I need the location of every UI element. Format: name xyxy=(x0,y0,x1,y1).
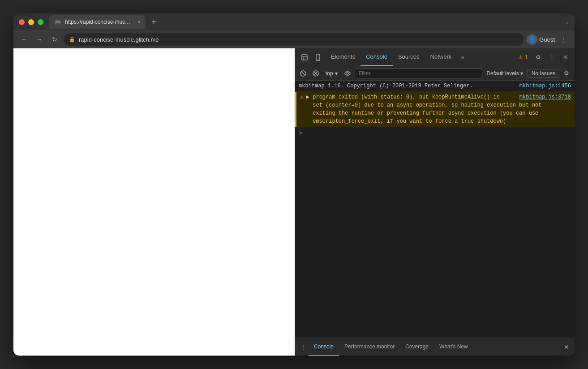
no-issues-button[interactable]: No Issues xyxy=(528,69,559,78)
devtools-settings-button[interactable]: ⚙ xyxy=(532,51,544,63)
context-selector[interactable]: top ▾ xyxy=(323,69,340,77)
stop-recording-button[interactable] xyxy=(310,68,321,79)
console-link-info[interactable]: mkbitmap.js:1456 xyxy=(519,82,571,90)
tab-sources[interactable]: Sources xyxy=(393,48,425,66)
tab-elements[interactable]: Elements xyxy=(326,48,361,66)
tab-favicon: 🎮 xyxy=(54,19,61,26)
browser-window: 🎮 https://rapid-concise-muscle.g... × + … xyxy=(13,13,575,356)
context-arrow: ▾ xyxy=(335,70,338,77)
bottom-bar-close-button[interactable]: ✕ xyxy=(561,342,572,352)
bottom-tab-performance-monitor[interactable]: Performance monitor xyxy=(339,338,400,356)
page-viewport xyxy=(13,48,295,356)
console-settings-button[interactable]: ⚙ xyxy=(561,68,572,79)
tab-network[interactable]: Network xyxy=(425,48,457,66)
console-link-warning[interactable]: mkbitmap.js:3718 xyxy=(519,93,571,101)
devtools-more-button[interactable]: ⋮ xyxy=(546,51,558,63)
warning-triangle-icon: ⚠ xyxy=(300,93,304,100)
main-content: Elements Console Sources Network » ⚠ xyxy=(13,48,575,356)
console-line-warning: ⚠ ▶ program exited (with status: 0), but… xyxy=(295,92,575,127)
console-line-info: mkbitmap 1.16. Copyright (C) 2001-2019 P… xyxy=(295,81,575,92)
bottom-tab-console[interactable]: Console xyxy=(309,338,339,356)
context-label: top xyxy=(326,70,333,77)
devtools-toolbar-right: ⚠ 1 ⚙ ⋮ ✕ xyxy=(515,51,571,63)
devtools-tabs: Elements Console Sources Network » xyxy=(326,48,514,66)
svg-rect-0 xyxy=(302,55,307,60)
devtools-panel: Elements Console Sources Network » ⚠ xyxy=(295,48,575,356)
console-warning-text: ▶ program exited (with status: 0), but k… xyxy=(306,93,571,125)
console-warning-first-line: ▶ program exited (with status: 0), but k… xyxy=(306,93,500,101)
svg-point-9 xyxy=(347,73,348,74)
tab-console[interactable]: Console xyxy=(361,48,393,66)
forward-button[interactable]: → xyxy=(33,33,46,46)
bottom-tabs: Console Performance monitor Coverage Wha… xyxy=(309,338,473,356)
devtools-close-button[interactable]: ✕ xyxy=(559,51,571,63)
navbar: ← → ↻ 🔒 rapid-concise-muscle.glitch.me 👤… xyxy=(13,30,575,48)
issues-badge[interactable]: ⚠ 1 xyxy=(515,53,531,61)
maximize-button[interactable] xyxy=(38,19,43,25)
new-tab-button[interactable]: + xyxy=(147,16,160,28)
inspect-element-button[interactable] xyxy=(299,51,310,63)
filter-input[interactable] xyxy=(355,69,482,78)
tab-close-button[interactable]: × xyxy=(137,19,140,25)
drawer-toggle-button[interactable]: ⋮ xyxy=(298,342,309,352)
devtools-toolbar: Elements Console Sources Network » ⚠ xyxy=(295,48,575,66)
svg-point-8 xyxy=(345,72,350,75)
prompt-character: > xyxy=(299,130,302,137)
profile-area: 👤 Guest xyxy=(527,34,555,45)
chrome-menu-button[interactable]: ⌄ xyxy=(565,19,569,25)
eye-button[interactable] xyxy=(342,68,353,79)
console-output: mkbitmap 1.16. Copyright (C) 2001-2019 P… xyxy=(295,81,575,338)
console-line-text: mkbitmap 1.16. Copyright (C) 2001-2019 P… xyxy=(299,82,571,90)
close-button[interactable] xyxy=(19,19,25,25)
minimize-button[interactable] xyxy=(28,19,34,25)
browser-tab[interactable]: 🎮 https://rapid-concise-muscle.g... × xyxy=(49,15,146,29)
console-toolbar: top ▾ Default levels ▾ No Issues xyxy=(295,66,575,81)
traffic-lights xyxy=(19,19,43,25)
profile-avatar-icon: 👤 xyxy=(528,36,536,43)
default-levels-button[interactable]: Default levels ▾ xyxy=(484,69,526,77)
back-button[interactable]: ← xyxy=(18,33,30,46)
profile-name: Guest xyxy=(539,36,555,43)
console-warning-rest: set (counter=0) due to an async operatio… xyxy=(306,101,571,125)
console-prompt[interactable]: > xyxy=(295,127,575,139)
more-tabs-button[interactable]: » xyxy=(457,51,468,63)
warning-count: 1 xyxy=(525,54,528,60)
bottom-tab-coverage[interactable]: Coverage xyxy=(400,338,434,356)
chrome-menu-dots[interactable]: ⋮ xyxy=(558,33,570,46)
titlebar: 🎮 https://rapid-concise-muscle.g... × + … xyxy=(13,13,575,30)
titlebar-controls: ⌄ xyxy=(565,19,569,25)
address-text: rapid-concise-muscle.glitch.me xyxy=(79,36,519,43)
tab-title: https://rapid-concise-muscle.g... xyxy=(65,19,132,25)
tab-bar: 🎮 https://rapid-concise-muscle.g... × + xyxy=(49,15,307,29)
svg-point-2 xyxy=(318,59,318,60)
reload-button[interactable]: ↻ xyxy=(48,33,61,46)
bottom-tab-whats-new[interactable]: What's New xyxy=(434,338,473,356)
warning-icon: ⚠ xyxy=(518,54,523,60)
profile-avatar[interactable]: 👤 xyxy=(527,34,537,45)
levels-arrow: ▾ xyxy=(520,70,523,77)
security-icon: 🔒 xyxy=(69,37,75,43)
console-message-info: mkbitmap 1.16. Copyright (C) 2001-2019 P… xyxy=(299,82,473,90)
svg-line-4 xyxy=(301,72,305,75)
clear-console-button[interactable] xyxy=(298,68,309,79)
devtools-bottom-bar: ⋮ Console Performance monitor Coverage W… xyxy=(295,338,575,356)
device-toolbar-button[interactable] xyxy=(312,51,324,63)
address-bar[interactable]: 🔒 rapid-concise-muscle.glitch.me xyxy=(64,33,524,46)
